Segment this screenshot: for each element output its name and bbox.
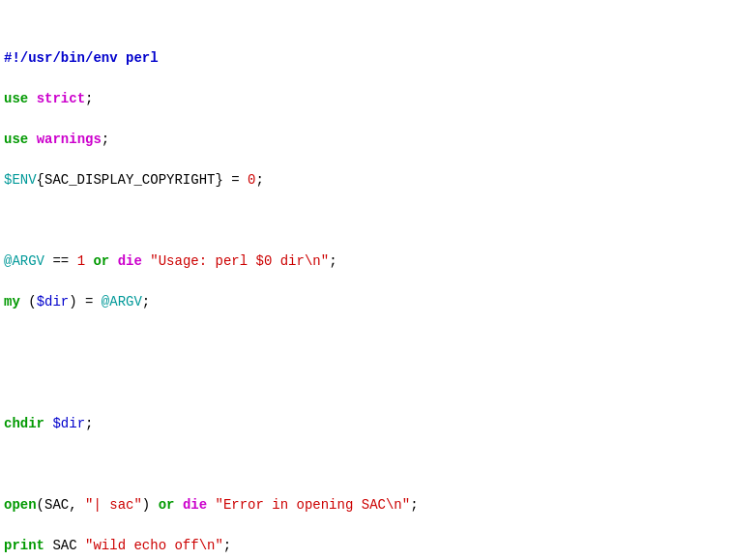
- line-10: chdir $dir;: [4, 414, 727, 434]
- keyword-use: use: [4, 91, 28, 106]
- line-2: use strict;: [4, 89, 727, 109]
- keyword-chdir: chdir: [4, 416, 44, 431]
- line-9: [4, 373, 727, 394]
- line-12: open(SAC, "| sac") or die "Error in open…: [4, 495, 727, 516]
- line-1: #!/usr/bin/env perl: [4, 48, 727, 69]
- keyword-open: open: [4, 497, 37, 513]
- env-var: $ENV: [4, 172, 37, 188]
- keyword-print1: print: [4, 538, 44, 553]
- keyword-use2: use: [4, 132, 28, 147]
- line-3: use warnings;: [4, 130, 727, 150]
- keyword-warnings: warnings: [37, 132, 102, 147]
- line-5: [4, 211, 727, 231]
- keyword-strict: strict: [37, 91, 85, 106]
- line-7: my ($dir) = @ARGV;: [4, 292, 727, 312]
- code-viewer: #!/usr/bin/env perl use strict; use warn…: [0, 0, 731, 560]
- argv-check: @ARGV: [4, 253, 44, 269]
- line-8: [4, 333, 727, 353]
- line-13: print SAC "wild echo off\n";: [4, 536, 727, 556]
- keyword-my: my: [4, 294, 20, 309]
- shebang-line: #!/usr/bin/env perl: [4, 50, 159, 66]
- line-11: [4, 455, 727, 475]
- line-4: $ENV{SAC_DISPLAY_COPYRIGHT} = 0;: [4, 170, 727, 191]
- line-6: @ARGV == 1 or die "Usage: perl $0 dir\n"…: [4, 251, 727, 272]
